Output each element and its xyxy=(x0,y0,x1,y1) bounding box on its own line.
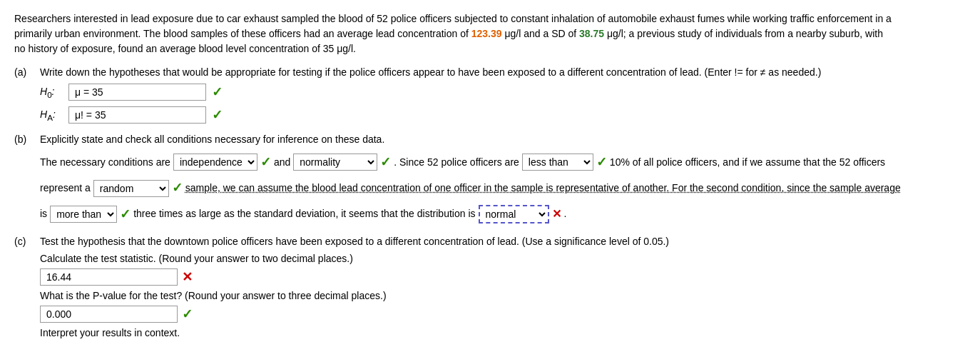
part-c-question: Test the hypothesis that the downtown po… xyxy=(40,236,669,247)
dropdown2-check: ✓ xyxy=(380,151,391,174)
conditions-row-1: The necessary conditions are independenc… xyxy=(40,151,966,174)
part-b: (b) Explicitly state and check all condi… xyxy=(14,134,966,226)
intro-paragraph: Researchers interested in lead exposure … xyxy=(14,11,966,56)
line3-pre: is xyxy=(40,205,47,223)
intro-text-2: primarily urban environment. The blood s… xyxy=(14,28,471,39)
dropdown3-check: ✓ xyxy=(596,151,607,174)
conditions-dropdown-6[interactable]: normal not normal xyxy=(479,205,549,223)
ha-input[interactable] xyxy=(68,106,206,124)
line2-pre: represent a xyxy=(40,179,91,197)
conditions-dropdown-5[interactable]: more than less than equal to xyxy=(50,206,117,223)
intro-text-1: Researchers interested in lead exposure … xyxy=(14,13,892,24)
pvalue-row: ✓ xyxy=(40,306,966,323)
ha-check-icon: ✓ xyxy=(212,107,223,123)
part-a-question: Write down the hypotheses that would be … xyxy=(40,66,821,78)
ha-label: HA: xyxy=(40,109,63,122)
h0-label: H0: xyxy=(40,86,63,99)
conditions-dropdown-1[interactable]: independence normality xyxy=(173,154,257,171)
line3-post: three times as large as the standard dev… xyxy=(133,205,475,223)
h0-check-icon: ✓ xyxy=(212,84,223,100)
h0-row: H0: ✓ xyxy=(40,84,966,101)
part-b-question: Explicitly state and check all condition… xyxy=(40,134,384,145)
calc-input[interactable] xyxy=(40,268,178,286)
h0-input[interactable] xyxy=(68,84,206,101)
part-c-content: Calculate the test statistic. (Round you… xyxy=(40,253,966,338)
dropdown6-x-icon[interactable]: ✕ xyxy=(552,204,561,225)
calc-x-icon: ✕ xyxy=(182,269,193,285)
line1-pre: The necessary conditions are xyxy=(40,154,170,171)
avg-unit: μg/l and a SD of xyxy=(502,28,579,39)
sd-rest: μg/l; a previous study of individuals fr… xyxy=(604,28,883,39)
intro-text-3: no history of exposure, found an average… xyxy=(14,43,356,54)
hypothesis-block: H0: ✓ HA: ✓ xyxy=(40,84,966,124)
dropdown4-check: ✓ xyxy=(172,176,183,199)
conditions-dropdown-4[interactable]: random non-random xyxy=(93,180,169,197)
line1-post: . Since 52 police officers are xyxy=(394,154,519,171)
conditions-block: The necessary conditions are independenc… xyxy=(40,151,966,226)
line1-pct: 10% of all police officers, and if we as… xyxy=(610,154,885,171)
calc-label: Calculate the test statistic. (Round you… xyxy=(40,253,966,264)
conditions-dropdown-3[interactable]: less than more than equal to xyxy=(522,154,593,171)
dropdown5-check: ✓ xyxy=(120,203,131,226)
interpret-label: Interpret your results in context. xyxy=(40,327,966,338)
line3-end: . xyxy=(564,205,567,223)
conditions-row-2: represent a random non-random ✓ sample, … xyxy=(40,176,966,199)
conditions-row-3: is more than less than equal to ✓ three … xyxy=(40,203,966,226)
pvalue-input[interactable] xyxy=(40,306,178,323)
part-a: (a) Write down the hypotheses that would… xyxy=(14,66,966,124)
line1-and: and xyxy=(274,154,290,171)
pvalue-check-icon: ✓ xyxy=(182,306,193,322)
part-a-label: (a) xyxy=(14,66,34,78)
calc-row: ✕ xyxy=(40,268,966,286)
sd-value: 38.75 xyxy=(579,28,604,39)
avg-value: 123.39 xyxy=(471,28,502,39)
line2-post: sample, we can assume the blood lead con… xyxy=(185,179,901,197)
part-c-label: (c) xyxy=(14,236,34,247)
dropdown1-check: ✓ xyxy=(260,151,271,174)
ha-row: HA: ✓ xyxy=(40,106,966,124)
pvalue-label: What is the P-value for the test? (Round… xyxy=(40,290,966,301)
part-b-label: (b) xyxy=(14,134,34,145)
part-c: (c) Test the hypothesis that the downtow… xyxy=(14,236,966,338)
conditions-dropdown-2[interactable]: independence normality xyxy=(293,154,377,171)
